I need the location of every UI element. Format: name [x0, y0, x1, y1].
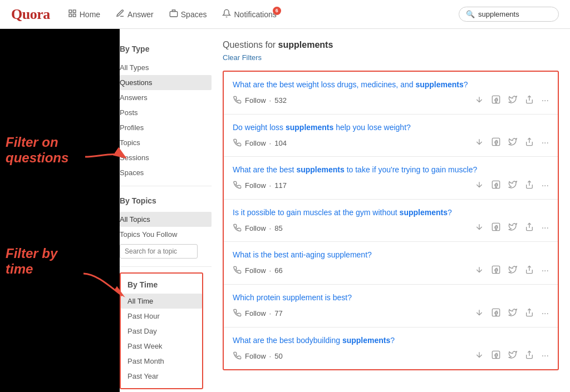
highlight: supplements [296, 165, 344, 174]
clear-filters-link[interactable]: Clear Filters [223, 53, 559, 62]
arrow-time-icon [81, 268, 125, 301]
share-icon[interactable] [525, 137, 534, 148]
downvote-icon[interactable] [475, 180, 484, 191]
share-icon[interactable] [525, 180, 534, 191]
follow-dot: · [269, 181, 272, 190]
downvote-icon[interactable] [475, 350, 484, 361]
sidebar-item-posts[interactable]: Posts [120, 105, 212, 120]
downvote-icon[interactable] [475, 137, 484, 148]
follow-button[interactable]: Follow [245, 309, 266, 317]
sidebar-item-topics-you-follow[interactable]: Topics You Follow [120, 227, 212, 242]
follow-button[interactable]: Follow [245, 139, 266, 147]
twitter-icon[interactable] [508, 222, 517, 234]
question-title[interactable]: Is it possible to gain muscles at the gy… [233, 207, 549, 219]
question-meta: Follow · 66 ··· [233, 265, 549, 276]
sidebar-item-sessions[interactable]: Sessions [120, 150, 212, 165]
more-icon[interactable]: ··· [542, 181, 549, 191]
sidebar-item-past-month[interactable]: Past Month [121, 354, 202, 369]
facebook-icon[interactable] [492, 222, 500, 234]
sidebar-item-spaces[interactable]: Spaces [120, 165, 212, 180]
share-icon[interactable] [525, 350, 534, 361]
annotation-questions-line2: questions [6, 150, 68, 166]
question-title[interactable]: What is the best anti-aging supplement? [233, 250, 549, 261]
follow-button[interactable]: Follow [245, 352, 266, 360]
results-for-label: Questions for [223, 40, 276, 49]
svg-rect-3 [73, 14, 76, 17]
sidebar-item-past-week[interactable]: Past Week [121, 339, 202, 354]
action-icons: ··· [475, 265, 549, 276]
nav-answer[interactable]: Answer [109, 4, 160, 24]
twitter-icon[interactable] [508, 95, 517, 106]
follow-icon [233, 265, 242, 276]
question-title[interactable]: What are the best bodybuilding supplemen… [233, 335, 549, 346]
bell-icon [222, 9, 231, 20]
question-title[interactable]: Do weight loss supplements help you lose… [233, 122, 549, 133]
more-icon[interactable]: ··· [542, 351, 549, 361]
twitter-icon[interactable] [508, 265, 517, 276]
more-icon[interactable]: ··· [542, 223, 549, 233]
follow-dot: · [269, 96, 272, 105]
follow-section: Follow · 104 [233, 138, 287, 148]
follow-icon [233, 138, 242, 148]
share-icon[interactable] [525, 265, 534, 276]
action-icons: ··· [475, 350, 549, 361]
twitter-icon[interactable] [508, 180, 517, 191]
facebook-icon[interactable] [492, 95, 500, 106]
main-nav: Home Answer Spaces 6 Notifications [61, 4, 459, 24]
follow-dot: · [269, 266, 272, 275]
nav-answer-label: Answer [127, 10, 154, 19]
search-input[interactable] [478, 10, 552, 18]
sidebar-item-past-day[interactable]: Past Day [121, 324, 202, 339]
follow-button[interactable]: Follow [245, 224, 266, 232]
facebook-icon[interactable] [492, 308, 500, 319]
sidebar-item-questions[interactable]: Questions [120, 75, 212, 90]
follow-button[interactable]: Follow [245, 96, 266, 105]
sidebar-item-past-year[interactable]: Past Year [121, 369, 202, 384]
more-icon[interactable]: ··· [542, 138, 549, 148]
highlight: supplements [342, 336, 390, 345]
downvote-icon[interactable] [475, 308, 484, 319]
svg-rect-0 [69, 10, 72, 13]
follow-dot: · [269, 352, 272, 360]
nav-notifications[interactable]: 6 Notifications [215, 4, 283, 24]
facebook-icon[interactable] [492, 350, 500, 361]
sidebar-item-past-hour[interactable]: Past Hour [121, 309, 202, 324]
downvote-icon[interactable] [475, 222, 484, 234]
follow-button[interactable]: Follow [245, 181, 266, 190]
sidebar-item-all-types[interactable]: All Types [120, 60, 212, 75]
more-icon[interactable]: ··· [542, 266, 549, 276]
sidebar-item-all-topics[interactable]: All Topics [120, 212, 212, 227]
facebook-icon[interactable] [492, 180, 500, 191]
twitter-icon[interactable] [508, 308, 517, 319]
by-topics-list: All Topics Topics You Follow [120, 212, 212, 242]
follow-button[interactable]: Follow [245, 266, 266, 275]
sidebar-item-answers[interactable]: Answers [120, 90, 212, 105]
share-icon[interactable] [525, 95, 534, 106]
sidebar-item-all-time[interactable]: All Time [121, 294, 202, 309]
question-title[interactable]: What are the best supplements to take if… [233, 165, 549, 176]
search-bar[interactable]: 🔍 [459, 7, 559, 22]
twitter-icon[interactable] [508, 350, 517, 361]
nav-spaces[interactable]: Spaces [163, 4, 214, 24]
question-title[interactable]: Which protein supplement is best? [233, 292, 549, 304]
more-icon[interactable]: ··· [542, 309, 549, 319]
facebook-icon[interactable] [492, 265, 500, 276]
facebook-icon[interactable] [492, 137, 500, 148]
twitter-icon[interactable] [508, 137, 517, 148]
more-icon[interactable]: ··· [542, 96, 549, 106]
nav-home[interactable]: Home [61, 4, 107, 24]
svg-rect-4 [170, 11, 177, 16]
sidebar-divider-1 [120, 186, 212, 186]
downvote-icon[interactable] [475, 95, 484, 106]
svg-rect-2 [69, 14, 72, 17]
share-icon[interactable] [525, 308, 534, 319]
sidebar-item-profiles[interactable]: Profiles [120, 120, 212, 135]
downvote-icon[interactable] [475, 265, 484, 276]
question-title[interactable]: What are the best weight loss drugs, med… [233, 80, 549, 91]
follow-count: 104 [274, 139, 287, 147]
action-icons: ··· [475, 308, 549, 319]
sidebar-item-topics[interactable]: Topics [120, 135, 212, 150]
share-icon[interactable] [525, 222, 534, 234]
follow-icon [233, 95, 242, 106]
topic-search-input[interactable] [120, 244, 198, 259]
